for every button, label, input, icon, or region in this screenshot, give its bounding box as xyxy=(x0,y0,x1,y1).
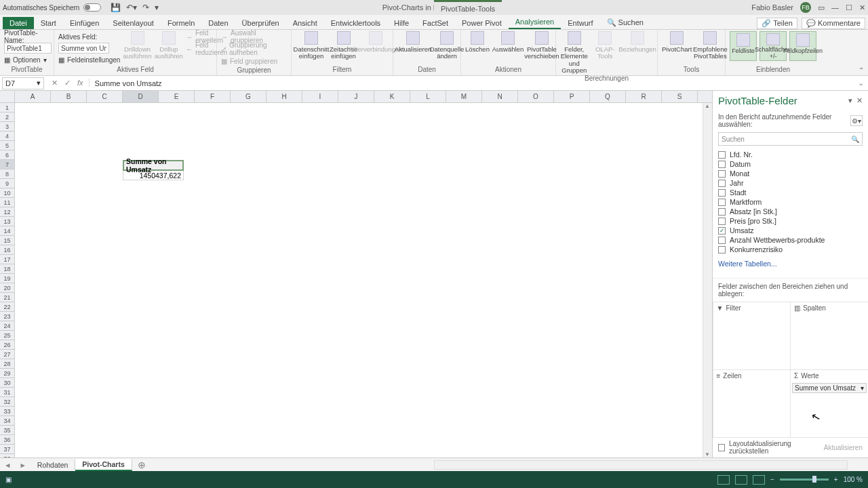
field-checkbox[interactable] xyxy=(718,218,726,225)
field-checkbox[interactable] xyxy=(718,180,726,187)
sheet-tab-rohdaten[interactable]: Rohdaten xyxy=(31,460,76,470)
field-checkbox[interactable] xyxy=(718,237,726,244)
row-header[interactable]: 32 xyxy=(0,397,14,407)
pivottable-options[interactable]: ▦ Optionen ▾ xyxy=(4,54,47,65)
headers-toggle[interactable]: Feldkopfzeilen xyxy=(789,31,816,61)
user-name[interactable]: Fabio Basler xyxy=(751,3,793,12)
buttons-toggle[interactable]: Schaltflächen +/- xyxy=(760,31,787,61)
tab-design[interactable]: Entwurf xyxy=(561,17,599,29)
tab-powerpivot[interactable]: Power Pivot xyxy=(455,17,509,29)
column-header[interactable]: Q xyxy=(590,91,626,102)
row-header[interactable]: 36 xyxy=(0,435,14,445)
column-header[interactable]: P xyxy=(554,91,590,102)
row-header[interactable]: 14 xyxy=(0,226,14,236)
field-search[interactable]: Suchen 🔍 xyxy=(718,132,863,146)
field-checkbox[interactable] xyxy=(718,161,726,168)
tell-me[interactable]: 🔍 Suchen xyxy=(600,16,650,29)
row-header[interactable]: 26 xyxy=(0,340,14,350)
row-header[interactable]: 19 xyxy=(0,274,14,283)
row-header[interactable]: 20 xyxy=(0,283,14,293)
column-header[interactable]: L xyxy=(410,91,446,102)
insert-slicer[interactable]: Datenschnitt einfügen xyxy=(296,31,327,60)
field-item[interactable]: Datum xyxy=(718,159,863,169)
autosave-toggle[interactable] xyxy=(83,3,101,12)
field-checkbox[interactable] xyxy=(718,199,726,206)
row-header[interactable]: 4 xyxy=(0,131,14,141)
pivottable-name-input[interactable] xyxy=(4,43,52,54)
row-header[interactable]: 1 xyxy=(0,103,14,113)
qat-custom-icon[interactable]: ▾ xyxy=(155,3,159,12)
row-header[interactable]: 25 xyxy=(0,331,14,340)
row-header[interactable]: 28 xyxy=(0,359,14,369)
comments-button[interactable]: 💬 Kommentare xyxy=(802,18,865,29)
pivot-value-cell[interactable]: 1450437,622 xyxy=(123,171,184,180)
tab-help[interactable]: Hilfe xyxy=(387,17,416,29)
column-header[interactable]: G xyxy=(231,91,267,102)
column-header[interactable]: S xyxy=(662,91,698,102)
fx-icon[interactable]: fx xyxy=(77,79,83,87)
row-header[interactable]: 6 xyxy=(0,150,14,160)
row-header[interactable]: 13 xyxy=(0,217,14,226)
row-header[interactable]: 21 xyxy=(0,293,14,302)
row-header[interactable]: 24 xyxy=(0,321,14,331)
field-item[interactable]: Preis [pro Stk.] xyxy=(718,216,863,226)
tab-start[interactable]: Start xyxy=(34,17,63,29)
move-button[interactable]: PivotTable verschieben xyxy=(526,31,557,60)
row-header[interactable]: 22 xyxy=(0,302,14,312)
zoom-in-icon[interactable]: + xyxy=(834,476,838,483)
field-checkbox[interactable]: ✓ xyxy=(718,227,726,235)
close-icon[interactable]: ✕ xyxy=(859,3,865,12)
field-item[interactable]: Lfd. Nr. xyxy=(718,150,863,159)
pivotchart-button[interactable]: PivotChart xyxy=(662,31,692,53)
values-pill[interactable]: Summe von Umsatz▾ xyxy=(792,383,867,393)
column-header[interactable]: H xyxy=(267,91,302,102)
tab-data[interactable]: Daten xyxy=(201,17,235,29)
values-area[interactable]: ΣWerte Summe von Umsatz▾ xyxy=(790,369,868,438)
row-header[interactable]: 5 xyxy=(0,141,14,150)
row-header[interactable]: 2 xyxy=(0,113,14,122)
tab-file[interactable]: Datei xyxy=(3,17,34,29)
expand-formula-icon[interactable]: ⌄ xyxy=(854,79,868,87)
row-header[interactable]: 27 xyxy=(0,350,14,359)
tab-view[interactable]: Ansicht xyxy=(286,17,324,29)
tab-insert[interactable]: Einfügen xyxy=(63,17,106,29)
row-header[interactable]: 8 xyxy=(0,169,14,179)
field-settings[interactable]: ▦ Feldeinstellungen xyxy=(58,54,120,65)
pane-layout-gear-icon[interactable]: ⚙▾ xyxy=(850,115,863,126)
row-header[interactable]: 33 xyxy=(0,407,14,416)
field-checkbox[interactable] xyxy=(718,246,726,253)
select-all-corner[interactable] xyxy=(0,91,15,102)
tab-formulas[interactable]: Formeln xyxy=(161,17,201,29)
field-item[interactable]: Absatz [in Stk.] xyxy=(718,207,863,216)
column-header[interactable]: K xyxy=(374,91,410,102)
vertical-scrollbar[interactable] xyxy=(703,103,712,458)
column-header[interactable]: A xyxy=(15,91,51,102)
share-button[interactable]: 🔗 Teilen xyxy=(757,18,797,29)
row-header[interactable]: 18 xyxy=(0,264,14,274)
row-header[interactable]: 11 xyxy=(0,198,14,207)
row-header[interactable]: 31 xyxy=(0,388,14,397)
refresh-button[interactable]: Aktualisieren xyxy=(397,31,429,53)
redo-icon[interactable]: ↷ xyxy=(142,3,149,12)
column-header[interactable]: F xyxy=(195,91,231,102)
row-header[interactable]: 9 xyxy=(0,179,14,188)
worksheet-grid[interactable]: Summe von Umsatz 1450437,622 xyxy=(15,103,703,458)
field-checkbox[interactable] xyxy=(718,189,726,197)
add-sheet-icon[interactable]: ⊕ xyxy=(132,460,151,470)
filter-area[interactable]: ▼Filter xyxy=(713,302,791,370)
zoom-out-icon[interactable]: − xyxy=(770,476,774,483)
field-item[interactable]: Marktform xyxy=(718,197,863,207)
horizontal-scrollbar[interactable] xyxy=(434,460,848,470)
column-header[interactable]: O xyxy=(518,91,554,102)
row-header[interactable]: 10 xyxy=(0,188,14,198)
collapse-ribbon-icon[interactable]: ⌃ xyxy=(859,66,864,74)
row-header[interactable]: 16 xyxy=(0,245,14,255)
field-checkbox[interactable] xyxy=(718,208,726,216)
calc-fields[interactable]: Felder, Elemente und Gruppen xyxy=(560,31,589,75)
save-icon[interactable]: 💾 xyxy=(111,3,121,12)
sheet-nav-prev-icon[interactable]: ◄ xyxy=(0,461,15,469)
recommended-pivot[interactable]: Empfohlene PivotTables xyxy=(694,31,726,60)
field-list-toggle[interactable]: Feldliste xyxy=(730,31,757,61)
user-avatar[interactable]: FB xyxy=(800,2,811,13)
formula-input[interactable]: Summe von Umsatz xyxy=(90,79,854,87)
